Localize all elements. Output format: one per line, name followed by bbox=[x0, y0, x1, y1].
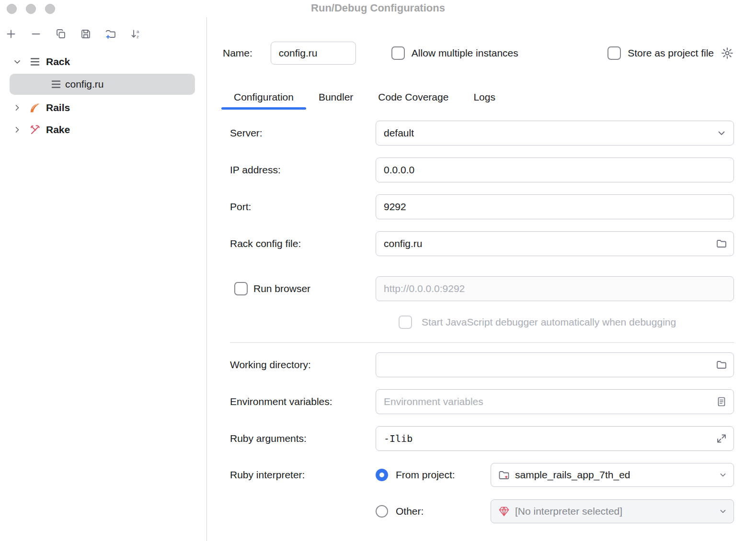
rake-icon bbox=[29, 124, 41, 136]
other-interpreter-row: Other: [No interpreter selected] bbox=[221, 499, 734, 523]
ip-address-input[interactable] bbox=[376, 158, 734, 182]
ruby-arguments-row: Ruby arguments: bbox=[221, 426, 734, 451]
section-divider bbox=[230, 342, 734, 343]
title-bar: Run/Debug Configurations bbox=[0, 0, 756, 17]
chevron-down-icon bbox=[718, 507, 728, 516]
environment-variables-input[interactable] bbox=[376, 389, 734, 414]
module-folder-icon bbox=[498, 469, 510, 481]
tree-item-rails[interactable]: Rails bbox=[0, 97, 206, 119]
run-browser-label: Run browser bbox=[253, 283, 310, 294]
svg-text:a: a bbox=[137, 29, 139, 34]
tab-configuration[interactable]: Configuration bbox=[221, 88, 306, 110]
name-label: Name: bbox=[223, 47, 252, 59]
remove-configuration-icon[interactable] bbox=[30, 28, 42, 40]
environment-variables-row: Environment variables: bbox=[221, 389, 734, 414]
project-interpreter-value: sample_rails_app_7th_ed bbox=[515, 469, 630, 481]
new-folder-icon[interactable] bbox=[104, 28, 117, 40]
run-browser-option: Run browser bbox=[230, 282, 376, 295]
ruby-interpreter-label: Ruby interpreter: bbox=[230, 469, 376, 481]
rack-icon bbox=[29, 56, 41, 68]
rack-config-file-row: Rack config file: bbox=[221, 231, 734, 256]
from-project-label: From project: bbox=[396, 469, 455, 481]
add-configuration-icon[interactable] bbox=[5, 28, 17, 40]
other-interpreter-value: [No interpreter selected] bbox=[515, 506, 622, 517]
sort-alphabetically-icon[interactable]: az bbox=[129, 28, 142, 40]
server-label: Server: bbox=[230, 127, 376, 139]
ruby-arguments-label: Ruby arguments: bbox=[230, 433, 376, 444]
server-select[interactable]: default bbox=[376, 121, 734, 146]
folder-icon[interactable] bbox=[716, 359, 727, 371]
js-debugger-label: Start JavaScript debugger automatically … bbox=[422, 316, 676, 328]
expand-icon[interactable] bbox=[716, 433, 727, 444]
ruby-gem-icon bbox=[498, 505, 510, 518]
folder-icon[interactable] bbox=[716, 238, 727, 249]
port-input[interactable] bbox=[376, 194, 734, 219]
run-browser-row: Run browser bbox=[221, 276, 734, 301]
tree-item-label: Rake bbox=[46, 124, 70, 135]
tab-code-coverage[interactable]: Code Coverage bbox=[366, 88, 461, 110]
port-label: Port: bbox=[230, 201, 376, 213]
tree-item-rack[interactable]: Rack bbox=[0, 51, 206, 73]
other-interpreter-select[interactable]: [No interpreter selected] bbox=[491, 499, 734, 523]
tab-bundler[interactable]: Bundler bbox=[306, 88, 366, 110]
chevron-down-icon bbox=[718, 470, 728, 480]
ruby-interpreter-row: Ruby interpreter: From project: sample_r… bbox=[221, 463, 734, 487]
tab-logs[interactable]: Logs bbox=[461, 88, 508, 110]
browser-url-input[interactable] bbox=[376, 276, 734, 301]
tree-item-label: Rails bbox=[46, 102, 70, 113]
server-row: Server: default bbox=[221, 121, 734, 146]
configurations-sidebar: az Rack config.ru bbox=[0, 17, 207, 541]
configuration-panel: Name: Allow multiple instances Store as … bbox=[207, 17, 756, 541]
store-as-project-file-option[interactable]: Store as project file bbox=[607, 46, 714, 60]
ruby-arguments-input[interactable] bbox=[376, 426, 734, 451]
sidebar-toolbar: az bbox=[0, 17, 206, 51]
allow-multiple-instances-label: Allow multiple instances bbox=[412, 47, 518, 59]
js-debugger-row: Start JavaScript debugger automatically … bbox=[399, 316, 734, 329]
project-interpreter-select[interactable]: sample_rails_app_7th_ed bbox=[491, 463, 734, 487]
other-label: Other: bbox=[396, 506, 424, 517]
port-row: Port: bbox=[221, 194, 734, 219]
tree-item-label: config.ru bbox=[65, 79, 104, 90]
other-radio[interactable] bbox=[376, 505, 388, 518]
chevron-right-icon[interactable] bbox=[11, 125, 23, 135]
ip-address-row: IP address: bbox=[221, 158, 734, 182]
working-directory-row: Working directory: bbox=[221, 352, 734, 377]
tree-item-label: Rack bbox=[46, 56, 70, 68]
working-directory-label: Working directory: bbox=[230, 359, 376, 371]
chevron-right-icon[interactable] bbox=[11, 103, 23, 113]
tree-item-rake[interactable]: Rake bbox=[0, 119, 206, 141]
run-browser-checkbox[interactable] bbox=[234, 282, 248, 295]
environment-variables-label: Environment variables: bbox=[230, 396, 376, 407]
rails-icon bbox=[29, 101, 41, 114]
js-debugger-checkbox[interactable] bbox=[399, 316, 412, 329]
gear-icon[interactable] bbox=[721, 46, 734, 60]
chevron-down-icon[interactable] bbox=[11, 57, 23, 67]
from-project-radio[interactable] bbox=[376, 469, 388, 481]
ip-address-label: IP address: bbox=[230, 164, 376, 176]
configuration-tabs: Configuration Bundler Code Coverage Logs bbox=[221, 88, 734, 110]
server-value: default bbox=[384, 127, 414, 139]
store-as-project-file-label: Store as project file bbox=[628, 47, 714, 59]
save-configuration-icon[interactable] bbox=[80, 28, 92, 40]
rack-icon bbox=[50, 78, 62, 90]
chevron-down-icon bbox=[716, 127, 727, 139]
name-input[interactable] bbox=[271, 42, 356, 65]
copy-configuration-icon[interactable] bbox=[55, 28, 67, 40]
configuration-form: Server: default IP address: bbox=[221, 121, 734, 523]
tree-item-config-ru[interactable]: config.ru bbox=[10, 74, 195, 95]
list-icon[interactable] bbox=[716, 396, 727, 407]
store-as-project-file-checkbox[interactable] bbox=[607, 46, 621, 60]
run-debug-configurations-dialog: Run/Debug Configurations bbox=[0, 0, 756, 541]
svg-text:z: z bbox=[137, 34, 139, 39]
rack-config-file-label: Rack config file: bbox=[230, 238, 376, 249]
allow-multiple-instances-checkbox[interactable] bbox=[391, 46, 405, 60]
window-title: Run/Debug Configurations bbox=[0, 2, 756, 14]
allow-multiple-instances-option[interactable]: Allow multiple instances bbox=[391, 46, 518, 60]
working-directory-input[interactable] bbox=[376, 352, 734, 377]
configurations-tree: Rack config.ru Rails bbox=[0, 51, 206, 141]
rack-config-file-input[interactable] bbox=[376, 231, 734, 256]
name-row: Name: Allow multiple instances Store as … bbox=[221, 42, 734, 65]
